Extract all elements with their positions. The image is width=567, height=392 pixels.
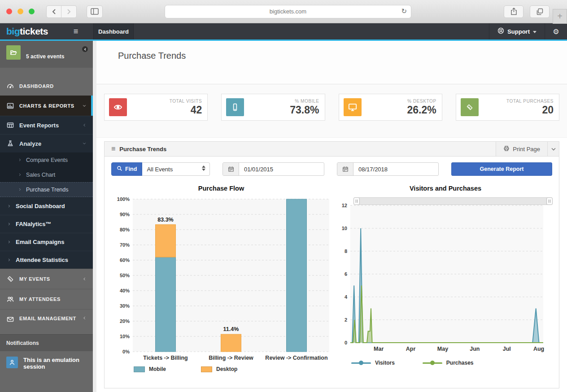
sidebar-collapse-icon[interactable] [82,46,88,52]
envelope-icon [6,316,14,323]
close-window-button[interactable] [6,9,12,14]
visitors-purchases-svg: 024681012MarAprMayJunJulAug [338,196,553,353]
range-handle-right[interactable] [546,197,553,205]
menu-hamburger-icon[interactable]: ≡ [58,23,93,39]
y-tick-label: 20% [120,318,130,324]
sidebar-item-purchase-trends[interactable]: Purchase Trends [0,182,93,197]
stats-band: TOTAL VISITS42% MOBILE73.8%% DESKTOP26.2… [96,84,567,138]
y-tick-label: 4 [345,294,348,300]
sidebar-toggle-icon[interactable] [87,5,103,18]
sidebar-item-analyze[interactable]: Analyze [0,134,93,152]
legend-label: Desktop [216,366,237,372]
sidebar-item-dashboard[interactable]: DASHBOARD [0,68,93,96]
chart-title: Visitors and Purchases [338,182,553,196]
range-handle-left[interactable] [353,197,360,205]
legend-label: Visitors [375,360,395,366]
sidebar-item-label: Notifications [6,340,39,346]
maximize-window-button[interactable] [29,9,35,14]
tab-overview-button[interactable] [530,5,550,18]
nav-tab-dashboard[interactable]: Dashboard [93,23,134,39]
legend-item-desktop[interactable]: Desktop [201,366,237,372]
date-from-field[interactable]: 01/01/2015 [222,162,324,176]
sidebar-item-event-reports[interactable]: Event Reports [0,116,93,134]
event-filter-select[interactable]: All Events [142,162,210,176]
legend-line-swatch [351,362,371,364]
url-bar[interactable]: bigtickets.com ↻ [165,5,411,18]
panel-body: Find All Events 01/01/2015 [105,157,559,372]
find-button[interactable]: Find [111,162,142,176]
browser-forward-button[interactable] [61,5,77,18]
event-filter-value: All Events [147,166,173,173]
sidebar-item-compare-events[interactable]: Compare Events [0,152,93,167]
sidebar-item-my-events[interactable]: MY EVENTS [0,269,93,289]
purchase-trends-panel: ≡ Purchase Trends Print Page [104,141,559,388]
window-controls [6,9,35,14]
select-updown-icon [202,166,205,171]
chart-range-scrollbar[interactable] [354,197,552,205]
reload-icon[interactable]: ↻ [401,7,407,15]
stat-value: 42 [127,104,202,116]
sidebar-item-email-management[interactable]: EMAIL MANAGEMENT [0,309,93,334]
new-tab-button[interactable]: + [553,9,567,24]
sidebar-item-label: MY ATTENDEES [19,296,61,302]
stat-label: % MOBILE [244,99,319,104]
generate-report-button[interactable]: Generate Report [451,162,552,176]
url-text: bigtickets.com [270,8,306,15]
chevron-right-icon [7,222,11,226]
share-button[interactable] [504,5,523,18]
life-ring-icon [497,27,504,35]
chevron-down-icon [82,104,87,108]
sidebar-item-5-active-events[interactable]: 5 active events [0,41,93,68]
sidebar-item-attendee-statistics[interactable]: Attendee Statistics [0,251,93,269]
y-tick-label: 6 [345,271,347,277]
sidebar-item-my-attendees[interactable]: MY ATTENDEES [0,289,93,309]
panel-menu-icon[interactable]: ≡ [111,145,115,153]
legend-item-purchases[interactable]: Purchases [423,360,474,366]
legend-line-swatch [423,362,442,364]
bigtickets-logo[interactable]: bigtickets [0,23,58,39]
sidebar-item-charts-reports[interactable]: CHARTS & REPORTS [0,96,93,116]
legend-item-visitors[interactable]: Visitors [351,360,395,366]
x-month-label: Jun [470,346,480,352]
content-scrollbar-gutter[interactable] [93,41,96,392]
bar-chart-icon [6,102,14,109]
sidebar-item-this-is-an-emulation-session[interactable]: This is an emulation session [0,351,93,392]
purchase-flow-chart: Purchase Flow 0%10%20%30%40%50%60%70%80%… [111,182,331,372]
browser-back-button[interactable] [46,5,61,18]
stat-value: 26.2% [362,104,436,116]
sidebar-item-email-campaigns[interactable]: Email Campaigns [0,233,93,251]
chevron-down-icon [82,141,87,146]
settings-gear-icon[interactable]: ⚙ [545,23,567,39]
stat-value: 73.8% [244,104,319,116]
sidebar-item-notifications[interactable]: Notifications [0,334,93,351]
panel-header: ≡ Purchase Trends Print Page [105,142,559,157]
sidebar-item-label: Social Dashboard [16,203,65,209]
y-tick-label: 60% [120,257,130,263]
bar-value-label: 83.3% [157,217,173,223]
flask-icon [6,140,14,147]
chevron-right-icon [18,158,22,162]
legend-item-mobile[interactable]: Mobile [134,366,166,372]
sidebar-item-sales-chart[interactable]: Sales Chart [0,167,93,182]
date-to-field[interactable]: 08/17/2018 [337,162,439,176]
support-menu[interactable]: Support [489,23,545,39]
purchase-flow-svg: 0%10%20%30%40%50%60%70%80%90%100%83.3%Ti… [111,196,331,363]
sidebar-item-label: Sales Chart [26,172,55,178]
chevron-down-icon [533,31,536,33]
stat-card-pct-mobile: % MOBILE73.8% [221,94,325,121]
panel-title-group: ≡ Purchase Trends [105,145,166,153]
charts-row: Purchase Flow 0%10%20%30%40%50%60%70%80%… [111,182,552,372]
sidebar-item-label: This is an emulation session [23,357,87,370]
minimize-window-button[interactable] [17,9,23,14]
sidebar-item-social-dashboard[interactable]: Social Dashboard [0,197,93,215]
user-icon [6,357,18,368]
chevron-right-icon [7,204,11,208]
legend-swatch [201,366,212,372]
sidebar-item-fanalytics[interactable]: FANalytics™ [0,215,93,233]
stat-label: TOTAL VISITS [127,99,202,104]
print-page-label: Print Page [513,146,540,152]
bar-segment-mobile [156,257,176,352]
chevron-right-icon [18,187,22,192]
panel-collapse-button[interactable] [547,142,559,156]
print-page-button[interactable]: Print Page [496,142,547,156]
